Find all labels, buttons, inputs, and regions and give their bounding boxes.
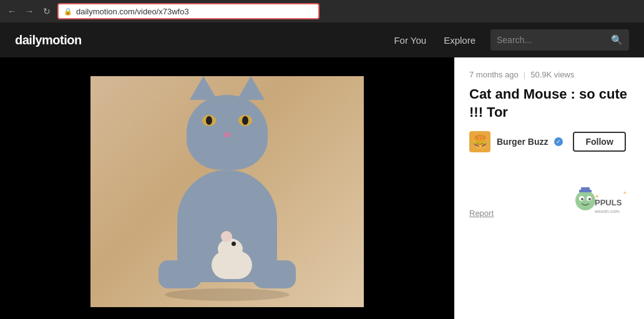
main-content: 7 months ago | 50.9K views Cat and Mouse… [0,57,644,319]
cat-nose [223,132,231,137]
cat-eye-left [202,115,216,126]
back-button[interactable]: ← [5,4,19,18]
nav-links: For You Explore [394,35,476,46]
cat-head [187,95,268,170]
channel-name[interactable]: Burger Buzz [497,137,548,147]
meta-separator: | [524,70,525,79]
site-logo[interactable]: dailymotion [15,33,82,47]
view-count: 50.9K views [530,70,574,79]
cat-eye-right [238,115,252,126]
address-bar[interactable]: 🔒 [57,3,320,19]
black-bar-right [364,57,454,319]
svg-point-4 [588,198,591,200]
time-ago: 7 months ago [469,70,519,79]
black-bar-left [0,57,90,319]
lock-icon: 🔒 [64,7,72,16]
follow-button[interactable]: Follow [573,132,625,152]
mouse-body [212,251,252,279]
svg-rect-6 [581,187,590,190]
cat-paw-left [159,260,202,288]
svg-text:PPULS: PPULS [595,198,622,207]
svg-point-0 [575,190,595,210]
forward-button[interactable]: → [22,4,36,18]
cat-paw-right [252,260,296,288]
cat-ear-left [190,76,217,100]
video-thumbnail [90,76,364,307]
svg-text:★: ★ [623,190,627,195]
report-link[interactable]: Report [469,209,494,218]
navbar: dailymotion For You Explore 🔍 [0,22,644,57]
refresh-button[interactable]: ↻ [40,4,54,18]
channel-avatar[interactable]: 🍔 [469,131,490,152]
browser-chrome: ← → ↻ 🔒 [0,0,644,22]
mouse-eye [232,242,236,246]
svg-text:wsxdn.com: wsxdn.com [594,209,620,214]
mouse-ear [221,231,232,242]
appuals-watermark: ★ ★ PPULS wsxdn.com [573,187,629,215]
sidebar-bottom: Report ★ ★ PPUL [469,165,629,218]
mouse-head [218,238,243,260]
cat-ear-right [237,76,265,100]
nav-for-you[interactable]: For You [394,35,426,46]
nav-explore[interactable]: Explore [444,35,476,46]
video-title: Cat and Mouse : so cute !!! Tor [469,86,629,121]
search-icon[interactable]: 🔍 [611,34,623,46]
video-info: 7 months ago | 50.9K views Cat and Mouse… [454,57,644,319]
video-meta: 7 months ago | 50.9K views [469,70,629,79]
channel-row: 🍔 Burger Buzz ✓ Follow [469,131,629,152]
verified-badge: ✓ [554,137,563,146]
video-player[interactable] [0,57,454,319]
ground-shadow [165,288,290,301]
appuals-logo: ★ ★ PPULS wsxdn.com [573,187,629,215]
search-input[interactable] [497,35,606,45]
channel-avatar-icon: 🍔 [472,134,488,149]
svg-point-3 [581,198,583,200]
search-box[interactable]: 🔍 [490,29,629,51]
url-input[interactable] [76,7,313,16]
